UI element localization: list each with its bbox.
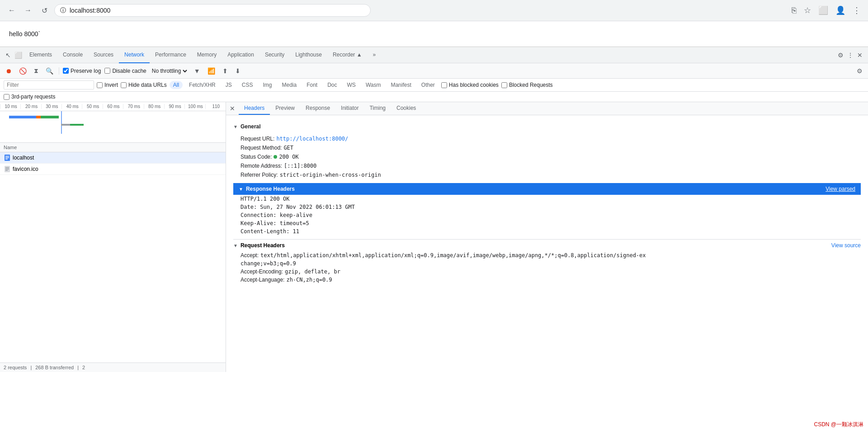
bookmark-button[interactable]: ☆ [802, 4, 813, 17]
disable-cache-input[interactable] [104, 68, 110, 74]
response-headers-section: ▼ Response Headers View parsed HTTP/1.1 … [233, 183, 861, 235]
devtools-settings-button[interactable]: ⚙ [836, 50, 845, 61]
filter-chip-fetch-xhr[interactable]: Fetch/XHR [185, 81, 219, 89]
browser-chrome: ← → ↺ ⓘ localhost:8000 ⎘ ☆ ⬜ 👤 ⋮ [0, 0, 868, 21]
view-source-button[interactable]: View source [831, 242, 861, 249]
filter-chip-css[interactable]: CSS [238, 81, 257, 89]
throttle-dropdown[interactable]: ▼ [192, 66, 202, 76]
network-settings-button[interactable]: ⚙ [855, 66, 864, 76]
separator-2: | [77, 365, 79, 370]
security-icon: ⓘ [60, 6, 66, 14]
filter-chip-js[interactable]: JS [222, 81, 236, 89]
tab-cookies[interactable]: Cookies [391, 102, 421, 115]
accept-encoding-row: Accept-Encoding: gzip, deflate, br [233, 268, 861, 276]
filter-bar: Invert Hide data URLs All Fetch/XHR JS C… [0, 79, 868, 92]
tab-application[interactable]: Application [222, 47, 259, 63]
address-bar[interactable]: ⓘ localhost:8000 [54, 4, 371, 17]
remote-address-label: Remote Address: [241, 163, 282, 169]
view-parsed-button[interactable]: View parsed [826, 186, 855, 192]
throttle-select[interactable]: No throttling [150, 67, 189, 75]
request-url-row: Request URL: http://localhost:8000/ [241, 134, 861, 143]
menu-button[interactable]: ⋮ [851, 4, 863, 17]
response-headers-header[interactable]: ▼ Response Headers View parsed [233, 183, 861, 195]
remote-address-row: Remote Address: [::1]:8000 [241, 161, 861, 170]
import-button[interactable]: ⬆ [221, 66, 230, 76]
filter-chip-manifest[interactable]: Manifest [387, 81, 415, 89]
has-blocked-cookies-input[interactable] [441, 82, 447, 88]
device-toggle-button[interactable]: ⬜ [13, 50, 24, 61]
preserve-log-checkbox[interactable]: Preserve log [63, 68, 101, 74]
blocked-requests-checkbox[interactable]: Blocked Requests [501, 82, 553, 88]
reload-button[interactable]: ↺ [38, 4, 51, 17]
svg-rect-1 [5, 156, 9, 157]
accept-encoding-value: gzip, deflate, br [285, 268, 340, 275]
filter-toggle-button[interactable]: ⧗ [32, 65, 40, 76]
filter-input[interactable] [4, 80, 94, 89]
tab-console[interactable]: Console [57, 47, 88, 63]
wifi-button[interactable]: 📶 [206, 66, 217, 76]
devtools-more-button[interactable]: ⋮ [845, 50, 855, 61]
blocked-requests-input[interactable] [501, 82, 507, 88]
tick-30ms: 30 ms [41, 104, 61, 109]
back-button[interactable]: ← [5, 4, 18, 17]
tab-initiator[interactable]: Initiator [335, 102, 364, 115]
filter-chip-ws[interactable]: WS [344, 81, 359, 89]
page-content: hello 8000` [0, 21, 868, 47]
invert-input[interactable] [97, 82, 103, 88]
tab-performance[interactable]: Performance [150, 47, 192, 63]
tab-more[interactable]: » [368, 47, 382, 63]
request-headers-header[interactable]: Request Headers View source [233, 239, 861, 251]
profile-button[interactable]: 👤 [834, 4, 847, 17]
accept-language-row: Accept-Language: zh-CN,zh;q=0.9 [233, 276, 861, 284]
tab-elements[interactable]: Elements [24, 47, 57, 63]
search-button[interactable]: 🔍 [44, 66, 55, 76]
general-section-header[interactable]: General [233, 121, 861, 132]
share-button[interactable]: ⎘ [790, 4, 798, 17]
filter-chip-media[interactable]: Media [278, 81, 300, 89]
forward-button[interactable]: → [22, 4, 34, 17]
filter-chip-all[interactable]: All [170, 81, 183, 89]
filter-chip-other[interactable]: Other [418, 81, 439, 89]
invert-checkbox[interactable]: Invert [97, 82, 118, 88]
tab-search-button[interactable]: ⬜ [816, 4, 830, 17]
accept-label: Accept: [241, 252, 259, 259]
tab-memory[interactable]: Memory [192, 47, 222, 63]
tick-70ms: 70 ms [123, 104, 143, 109]
hide-data-urls-checkbox[interactable]: Hide data URLs [121, 82, 167, 88]
tick-90ms: 90 ms [164, 104, 184, 109]
tab-response[interactable]: Response [300, 102, 335, 115]
record-button[interactable]: ⏺ [4, 66, 14, 76]
filter-chip-doc[interactable]: Doc [324, 81, 340, 89]
network-main: 10 ms 20 ms 30 ms 40 ms 50 ms 60 ms 70 m… [0, 102, 868, 372]
request-count: 2 requests [4, 365, 27, 370]
stop-button[interactable]: 🚫 [17, 66, 28, 76]
tab-recorder[interactable]: Recorder ▲ [327, 47, 368, 63]
hide-data-urls-input[interactable] [121, 82, 127, 88]
tick-20ms: 20 ms [20, 104, 41, 109]
disable-cache-checkbox[interactable]: Disable cache [104, 68, 146, 74]
tab-security[interactable]: Security [259, 47, 290, 63]
close-details-button[interactable]: ✕ [226, 103, 239, 114]
request-row-favicon[interactable]: favicon.ico [0, 164, 226, 175]
export-button[interactable]: ⬇ [233, 66, 242, 76]
response-headers-arrow: ▼ [239, 187, 243, 192]
tab-headers[interactable]: Headers [239, 102, 270, 115]
tab-sources[interactable]: Sources [88, 47, 119, 63]
third-party-row: 3rd-party requests [0, 92, 868, 102]
tab-lighthouse[interactable]: Lighthouse [290, 47, 327, 63]
filter-chip-img[interactable]: Img [259, 81, 275, 89]
tab-network[interactable]: Network [119, 47, 150, 63]
third-party-checkbox[interactable]: 3rd-party requests [4, 94, 864, 100]
request-row-localhost[interactable]: localhost [0, 152, 226, 164]
preserve-log-input[interactable] [63, 68, 69, 74]
filter-chip-wasm[interactable]: Wasm [362, 81, 385, 89]
accept-language-label: Accept-Language: [241, 277, 284, 283]
cursor-tool-button[interactable]: ↖ [4, 50, 13, 61]
requests-panel: 10 ms 20 ms 30 ms 40 ms 50 ms 60 ms 70 m… [0, 102, 226, 372]
filter-chip-font[interactable]: Font [303, 81, 321, 89]
tab-timing[interactable]: Timing [364, 102, 391, 115]
third-party-input[interactable] [4, 94, 9, 100]
has-blocked-cookies-checkbox[interactable]: Has blocked cookies [441, 82, 499, 88]
devtools-close-button[interactable]: ✕ [855, 50, 864, 61]
tab-preview[interactable]: Preview [270, 102, 300, 115]
